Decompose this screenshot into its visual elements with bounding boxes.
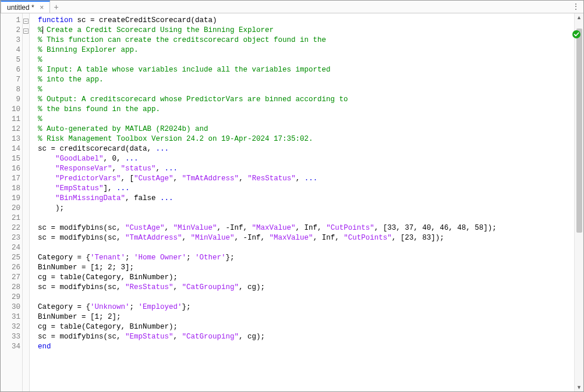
code-line[interactable]: Category = {'Unknown'; 'Employed'}; xyxy=(38,302,574,312)
code-ok-icon xyxy=(572,30,581,39)
code-area[interactable]: function sc = createCreditScorecard(data… xyxy=(30,13,574,391)
line-number: 22 xyxy=(1,223,22,233)
fold-marker xyxy=(23,55,29,65)
code-line[interactable] xyxy=(38,243,574,253)
fold-marker xyxy=(23,124,29,134)
code-line[interactable]: cg = table(Category, BinNumber); xyxy=(38,273,574,283)
code-line[interactable]: % xyxy=(38,55,574,65)
code-line[interactable]: % This function can create the creditsco… xyxy=(38,35,574,45)
code-line[interactable]: sc = modifybins(sc, "CustAge", "MinValue… xyxy=(38,223,574,233)
scroll-thumb[interactable] xyxy=(576,28,582,233)
fold-marker xyxy=(23,273,29,283)
line-number: 1 xyxy=(1,16,22,26)
code-line[interactable]: "ResponseVar", "status", ... xyxy=(38,164,574,174)
close-tab-icon[interactable]: × xyxy=(38,3,46,12)
code-line[interactable]: cg = table(Category, BinNumber); xyxy=(38,322,574,332)
svg-point-0 xyxy=(572,30,581,38)
code-line[interactable]: function sc = createCreditScorecard(data… xyxy=(38,16,574,26)
code-line[interactable]: sc = modifybins(sc, "EmpStatus", "CatGro… xyxy=(38,332,574,342)
tab-title: untitled * xyxy=(7,3,34,12)
code-line[interactable]: sc = modifybins(sc, "TmAtAddress", "MinV… xyxy=(38,233,574,243)
fold-marker xyxy=(23,302,29,312)
code-line[interactable]: % the bins found in the app. xyxy=(38,105,574,115)
fold-marker xyxy=(23,204,29,213)
fold-marker xyxy=(23,243,29,253)
code-line[interactable]: % xyxy=(38,85,574,95)
line-number: 14 xyxy=(1,144,22,154)
line-number: 2 xyxy=(1,26,22,35)
line-number: 8 xyxy=(1,85,22,95)
fold-marker xyxy=(23,283,29,293)
code-line[interactable]: ); xyxy=(38,204,574,213)
line-number: 17 xyxy=(1,174,22,184)
code-line[interactable] xyxy=(38,293,574,302)
line-number: 15 xyxy=(1,154,22,164)
vertical-scrollbar[interactable]: ▲ ▼ xyxy=(574,13,583,391)
code-line[interactable]: % xyxy=(38,115,574,124)
line-number: 10 xyxy=(1,105,22,115)
fold-marker xyxy=(23,134,29,144)
code-line[interactable]: % Auto-generated by MATLAB (R2024b) and xyxy=(38,124,574,134)
fold-marker xyxy=(23,293,29,302)
code-line[interactable]: BinNumber = [1; 2]; xyxy=(38,312,574,322)
line-number: 18 xyxy=(1,184,22,194)
code-line[interactable]: "EmpStatus"], ... xyxy=(38,184,574,194)
line-number: 3 xyxy=(1,35,22,45)
line-number: 29 xyxy=(1,293,22,302)
fold-marker xyxy=(23,75,29,85)
line-number: 6 xyxy=(1,65,22,75)
code-line[interactable]: % Output: A creditscorecard whose Predic… xyxy=(38,95,574,105)
fold-marker xyxy=(23,263,29,273)
fold-marker xyxy=(23,332,29,342)
code-line[interactable]: % Input: A table whose variables include… xyxy=(38,65,574,75)
line-number: 24 xyxy=(1,243,22,253)
line-number: 26 xyxy=(1,263,22,273)
line-number: 31 xyxy=(1,312,22,322)
code-line[interactable]: % Create a Credit Scorecard Using the Bi… xyxy=(38,26,574,35)
scroll-up-button[interactable]: ▲ xyxy=(575,13,583,22)
code-line[interactable]: sc = modifybins(sc, "ResStatus", "CatGro… xyxy=(38,283,574,293)
code-line[interactable]: end xyxy=(38,342,574,352)
line-number: 21 xyxy=(1,213,22,223)
code-fold-gutter: −− xyxy=(23,13,30,391)
line-number: 20 xyxy=(1,204,22,213)
code-line[interactable]: sc = creditscorecard(data, ... xyxy=(38,144,574,154)
line-number: 13 xyxy=(1,134,22,144)
code-line[interactable]: % Binning Explorer app. xyxy=(38,45,574,55)
fold-marker xyxy=(23,184,29,194)
fold-marker xyxy=(23,105,29,115)
fold-marker xyxy=(23,115,29,124)
fold-marker[interactable]: − xyxy=(23,26,29,35)
line-number: 5 xyxy=(1,55,22,65)
line-number: 16 xyxy=(1,164,22,174)
line-number: 34 xyxy=(1,342,22,352)
new-tab-button[interactable]: + xyxy=(50,1,63,13)
fold-marker xyxy=(23,85,29,95)
code-line[interactable]: "BinMissingData", false ... xyxy=(38,194,574,204)
file-tab[interactable]: untitled * × xyxy=(1,1,50,13)
fold-marker xyxy=(23,174,29,184)
fold-marker[interactable]: − xyxy=(23,16,29,26)
fold-marker xyxy=(23,312,29,322)
fold-marker xyxy=(23,342,29,352)
line-number: 11 xyxy=(1,115,22,124)
scroll-down-button[interactable]: ▼ xyxy=(575,383,583,391)
line-number: 9 xyxy=(1,95,22,105)
tab-overflow-menu-icon[interactable]: ⋮ xyxy=(572,2,580,11)
line-number: 23 xyxy=(1,233,22,243)
editor: 1234567891011121314151617181920212223242… xyxy=(1,13,583,391)
fold-marker xyxy=(23,45,29,55)
fold-marker xyxy=(23,144,29,154)
code-line[interactable]: "PredictorVars", ["CustAge", "TmAtAddres… xyxy=(38,174,574,184)
fold-marker xyxy=(23,194,29,204)
code-line[interactable]: % Risk Management Toolbox Version 24.2 o… xyxy=(38,134,574,144)
line-number-gutter: 1234567891011121314151617181920212223242… xyxy=(1,13,23,391)
code-line[interactable]: % into the app. xyxy=(38,75,574,85)
code-line[interactable]: "GoodLabel", 0, ... xyxy=(38,154,574,164)
fold-marker xyxy=(23,322,29,332)
fold-marker xyxy=(23,233,29,243)
line-number: 32 xyxy=(1,322,22,332)
code-line[interactable]: BinNumber = [1; 2; 3]; xyxy=(38,263,574,273)
code-line[interactable] xyxy=(38,213,574,223)
code-line[interactable]: Category = {'Tenant'; 'Home Owner'; 'Oth… xyxy=(38,253,574,263)
